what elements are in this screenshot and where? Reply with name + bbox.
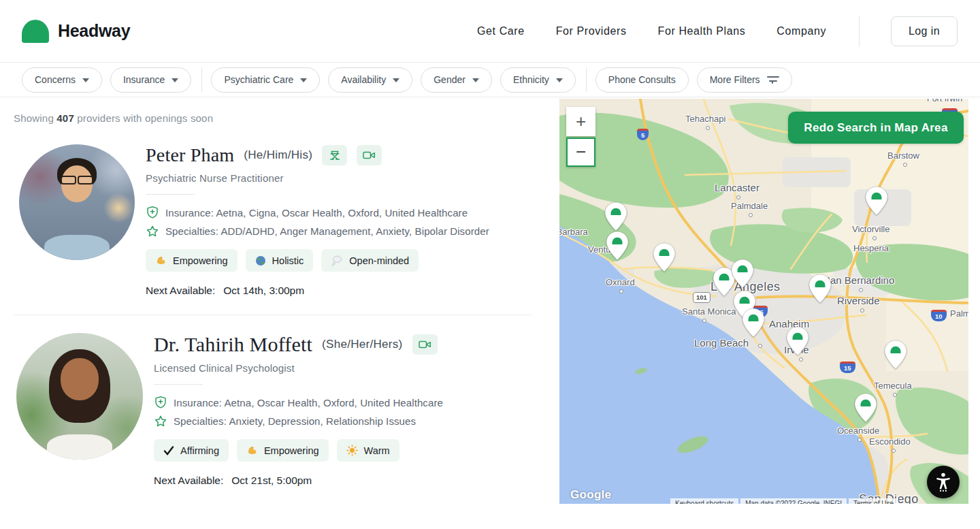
- filter-label: Ethnicity: [513, 74, 549, 85]
- filter-psychiatric-care[interactable]: Psychiatric Care: [211, 67, 320, 93]
- results-prefix: Showing: [14, 112, 56, 124]
- filter-label: Availability: [341, 74, 386, 85]
- chair-icon: [328, 148, 342, 162]
- provider-name[interactable]: Peter Pham: [146, 144, 234, 166]
- map-pin[interactable]: [604, 202, 627, 231]
- specialties-row: Specialties: ADD/ADHD, Anger Management,…: [146, 222, 489, 240]
- next-available-label: Next Available:: [154, 475, 223, 486]
- accessibility-person-icon: [934, 472, 953, 492]
- provider-card-peter-pham[interactable]: Peter Pham (He/Him/His) Psychiatric Nurs…: [14, 144, 546, 297]
- filter-bar: Concerns Insurance Psychiatric Care Avai…: [0, 63, 980, 97]
- provider-title: Psychiatric Nurse Practitioner: [146, 172, 489, 184]
- shield-plus-icon: [154, 396, 167, 410]
- badge-label: Holistic: [272, 255, 304, 266]
- map-label-escondido: Escondido: [869, 436, 911, 447]
- next-available-row: Next Available:Oct 14th, 3:00pm: [146, 285, 489, 297]
- top-navigation-bar: Headway Get Care For Providers For Healt…: [0, 0, 980, 63]
- google-logo[interactable]: Google: [570, 488, 611, 502]
- nav-links: Get Care For Providers For Health Plans …: [477, 16, 958, 47]
- chevron-down-icon: [393, 78, 399, 82]
- keyboard-shortcuts-link[interactable]: Keyboard shortcuts: [670, 498, 738, 504]
- map-label-long-beach: Long Beach: [694, 337, 749, 349]
- filter-insurance[interactable]: Insurance: [110, 67, 191, 93]
- insurance-label: Insurance:: [174, 397, 222, 408]
- map-pin[interactable]: [854, 393, 877, 423]
- video-camera-icon: [362, 149, 376, 161]
- thought-bubble-icon: [331, 255, 343, 267]
- google-map[interactable]: Fort Irwin Tehachapi Barstow Lancaster P…: [559, 99, 968, 504]
- check-icon: [163, 446, 174, 455]
- interstate-10-shield: 10: [931, 310, 947, 321]
- star-icon: [146, 225, 159, 238]
- badge-label: Open-minded: [349, 255, 409, 266]
- badge-empowering: Empowering: [146, 249, 238, 272]
- filter-label: Insurance: [123, 74, 165, 85]
- insurance-row: Insurance: Aetna, Oscar Health, Oxford, …: [154, 394, 443, 412]
- filter-label: Concerns: [35, 74, 76, 85]
- login-button[interactable]: Log in: [891, 16, 958, 46]
- specialties-list: ADD/ADHD, Anger Management, Anxiety, Bip…: [220, 225, 489, 237]
- specialties-row: Specialties: Anxiety, Depression, Relati…: [154, 412, 443, 430]
- interstate-15-shield: 15: [840, 362, 855, 373]
- insurance-list: Aetna, Oscar Health, Oxford, United Heal…: [225, 397, 443, 408]
- in-person-chip: [322, 145, 347, 165]
- filter-ethnicity[interactable]: Ethnicity: [500, 67, 576, 93]
- results-count: 407: [56, 112, 74, 124]
- personality-badges: Empowering Holistic Open-minded: [146, 249, 489, 272]
- filter-more-filters[interactable]: More Filters: [697, 67, 792, 93]
- nav-link-company[interactable]: Company: [777, 25, 826, 37]
- chevron-down-icon: [172, 78, 178, 82]
- map-label-santa-barbara: Santa Barbara: [559, 227, 588, 237]
- map-label-santa-monica: Santa Monica: [682, 306, 736, 317]
- map-data-text: Map data ©2022 Google, INEGI: [740, 498, 847, 504]
- sliders-icon: [767, 75, 779, 84]
- filter-phone-consults[interactable]: Phone Consults: [595, 67, 689, 93]
- map-pin[interactable]: [653, 242, 676, 272]
- terms-link[interactable]: Terms of Use: [849, 498, 898, 504]
- insurance-label: Insurance:: [165, 207, 214, 219]
- badge-label: Affirming: [180, 445, 219, 456]
- filter-availability[interactable]: Availability: [328, 67, 412, 93]
- map-label-riverside: Riverside: [837, 295, 880, 306]
- headway-logo[interactable]: Headway: [22, 20, 130, 43]
- filter-label: More Filters: [710, 74, 760, 85]
- nav-divider: [859, 16, 860, 47]
- divider: [154, 384, 203, 385]
- provider-card-tahirih-moffett[interactable]: Dr. Tahirih Moffett (She/Her/Hers) Licen…: [14, 315, 546, 487]
- nav-link-get-care[interactable]: Get Care: [477, 25, 525, 37]
- map-pin[interactable]: [884, 340, 907, 370]
- badge-label: Empowering: [264, 445, 319, 456]
- next-available-row: Next Available:Oct 21st, 5:00pm: [154, 475, 443, 487]
- next-available-value: Oct 14th, 3:00pm: [223, 285, 304, 296]
- redo-search-button[interactable]: Redo Search in Map Area: [788, 112, 964, 144]
- map-pin[interactable]: [786, 326, 809, 356]
- accessibility-widget-button[interactable]: [927, 466, 960, 498]
- map-label-hesperia: Hesperia: [853, 243, 889, 253]
- filter-label: Psychiatric Care: [224, 74, 293, 85]
- map-pin[interactable]: [808, 274, 832, 304]
- map-pin[interactable]: [865, 186, 888, 216]
- filter-gender[interactable]: Gender: [421, 67, 492, 93]
- nav-link-for-health-plans[interactable]: For Health Plans: [658, 25, 746, 37]
- map-label-san-bernardino: San Bernardino: [823, 274, 894, 286]
- map-pin[interactable]: [742, 308, 765, 338]
- next-available-label: Next Available:: [146, 285, 215, 296]
- map-pin[interactable]: [606, 231, 629, 261]
- provider-results-list: Showing 407 providers with openings soon…: [0, 97, 546, 529]
- muscle-icon: [246, 445, 258, 456]
- personality-badges: Affirming Empowering Warm: [154, 439, 443, 462]
- results-summary: Showing 407 providers with openings soon: [14, 112, 546, 124]
- video-camera-icon: [418, 338, 432, 351]
- provider-title: Licensed Clinical Psychologist: [154, 362, 443, 374]
- map-pin[interactable]: [731, 259, 754, 289]
- map-label-palmdale: Palmdale: [731, 201, 768, 211]
- filter-concerns[interactable]: Concerns: [22, 67, 102, 93]
- provider-avatar: [16, 333, 143, 460]
- nav-link-for-providers[interactable]: For Providers: [556, 25, 627, 37]
- provider-name[interactable]: Dr. Tahirih Moffett: [154, 333, 312, 356]
- zoom-out-button[interactable]: −: [566, 138, 595, 167]
- zoom-in-button[interactable]: +: [566, 107, 595, 136]
- next-available-value: Oct 21st, 5:00pm: [231, 475, 312, 486]
- muscle-icon: [155, 255, 167, 266]
- map-label-oceanside: Oceanside: [837, 426, 879, 436]
